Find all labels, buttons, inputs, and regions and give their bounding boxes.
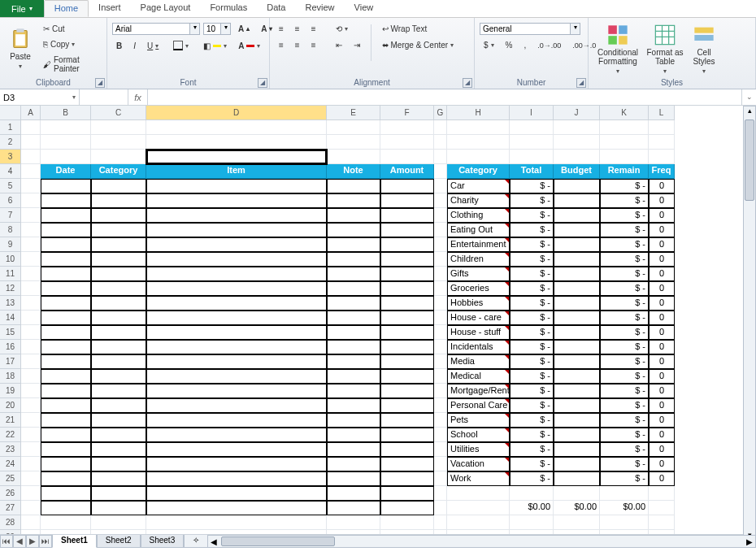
category-18[interactable]: Medical — [447, 369, 510, 384]
left-cell-D24[interactable] — [146, 457, 327, 471]
left-cell-F20[interactable] — [380, 398, 434, 413]
left-cell-F18[interactable] — [380, 369, 434, 384]
freq-25[interactable]: 0 — [649, 471, 675, 486]
remain-24[interactable]: $ - — [600, 457, 649, 471]
cell-C1[interactable] — [91, 120, 146, 135]
new-sheet-button[interactable]: ✧ — [184, 535, 208, 548]
column-header-J[interactable]: J — [554, 106, 600, 120]
row-header-1[interactable]: 1 — [0, 120, 21, 135]
formula-input[interactable] — [148, 89, 741, 105]
row-header-23[interactable]: 23 — [0, 442, 21, 457]
remain-16[interactable]: $ - — [600, 340, 649, 354]
cell-K2[interactable] — [600, 135, 649, 150]
cell-G25[interactable] — [434, 471, 447, 486]
row-header-4[interactable]: 4 — [0, 164, 21, 179]
total-20[interactable]: $ - — [510, 398, 554, 413]
row-header-6[interactable]: 6 — [0, 193, 21, 208]
total-7[interactable]: $ - — [510, 208, 554, 223]
left-cell-B15[interactable] — [41, 325, 91, 340]
left-cell-F8[interactable] — [380, 223, 434, 237]
cell-B3[interactable] — [41, 150, 91, 164]
increase-font-button[interactable]: A▴ — [234, 23, 254, 35]
row-header-27[interactable]: 27 — [0, 501, 21, 515]
left-cell-B14[interactable] — [41, 311, 91, 325]
align-bottom-button[interactable]: ≡ — [307, 23, 320, 35]
left-cell-E14[interactable] — [327, 311, 380, 325]
freq-15[interactable]: 0 — [649, 325, 675, 340]
left-cell-B11[interactable] — [41, 267, 91, 281]
align-left-button[interactable]: ≡ — [275, 39, 288, 51]
left-cell-D11[interactable] — [146, 267, 327, 281]
row-header-14[interactable]: 14 — [0, 311, 21, 325]
remain-11[interactable]: $ - — [600, 267, 649, 281]
column-header-A[interactable]: A — [21, 106, 41, 120]
cell-G20[interactable] — [434, 398, 447, 413]
column-header-C[interactable]: C — [91, 106, 146, 120]
left-cell-E10[interactable] — [327, 252, 380, 267]
grand-total[interactable]: $0.00 — [510, 501, 554, 515]
row-header-17[interactable]: 17 — [0, 354, 21, 369]
cell-A19[interactable] — [21, 384, 41, 398]
total-6[interactable]: $ - — [510, 193, 554, 208]
row-header-9[interactable]: 9 — [0, 237, 21, 252]
remain-15[interactable]: $ - — [600, 325, 649, 340]
left-cell-C22[interactable] — [91, 428, 146, 442]
grand-budget[interactable]: $0.00 — [554, 501, 600, 515]
scroll-right-button[interactable]: ▶ — [744, 537, 755, 546]
category-16[interactable]: Incidentals — [447, 340, 510, 354]
remain-9[interactable]: $ - — [600, 237, 649, 252]
cell-G28[interactable] — [434, 515, 447, 530]
category-5[interactable]: Car — [447, 179, 510, 193]
cell-A21[interactable] — [21, 413, 41, 428]
cell-A26[interactable] — [21, 486, 41, 501]
freq-22[interactable]: 0 — [649, 428, 675, 442]
tab-insert[interactable]: Insert — [89, 0, 131, 17]
total-8[interactable]: $ - — [510, 223, 554, 237]
align-center-button[interactable]: ≡ — [291, 39, 304, 51]
left-cell-E12[interactable] — [327, 281, 380, 296]
column-header-G[interactable]: G — [434, 106, 447, 120]
left-cell-D25[interactable] — [146, 471, 327, 486]
left-header-amount[interactable]: Amount — [380, 164, 434, 179]
left-cell-F25[interactable] — [380, 471, 434, 486]
total-12[interactable]: $ - — [510, 281, 554, 296]
left-cell-D12[interactable] — [146, 281, 327, 296]
budget-13[interactable] — [554, 296, 600, 311]
cell-G17[interactable] — [434, 354, 447, 369]
horizontal-scroll-thumb[interactable] — [221, 536, 335, 546]
cell-A3[interactable] — [21, 150, 41, 164]
tab-review[interactable]: Review — [295, 0, 344, 17]
cell-L26[interactable] — [649, 486, 675, 501]
remain-6[interactable]: $ - — [600, 193, 649, 208]
freq-9[interactable]: 0 — [649, 237, 675, 252]
total-16[interactable]: $ - — [510, 340, 554, 354]
budget-17[interactable] — [554, 354, 600, 369]
freq-5[interactable]: 0 — [649, 179, 675, 193]
underline-button[interactable]: U▾ — [143, 40, 163, 52]
cell-G24[interactable] — [434, 457, 447, 471]
tab-page-layout[interactable]: Page Layout — [131, 0, 201, 17]
cell-G16[interactable] — [434, 340, 447, 354]
total-17[interactable]: $ - — [510, 354, 554, 369]
freq-17[interactable]: 0 — [649, 354, 675, 369]
cell-B29[interactable] — [41, 530, 91, 535]
freq-18[interactable]: 0 — [649, 369, 675, 384]
left-cell-D8[interactable] — [146, 223, 327, 237]
left-cell-C13[interactable] — [91, 296, 146, 311]
remain-23[interactable]: $ - — [600, 442, 649, 457]
remain-17[interactable]: $ - — [600, 354, 649, 369]
cell-F3[interactable] — [380, 150, 434, 164]
category-20[interactable]: Personal Care — [447, 398, 510, 413]
selected-cell-D3[interactable] — [146, 150, 327, 164]
cell-I26[interactable] — [510, 486, 554, 501]
cell-K1[interactable] — [600, 120, 649, 135]
cut-button[interactable]: ✂Cut — [39, 23, 102, 35]
cell-A23[interactable] — [21, 442, 41, 457]
budget-10[interactable] — [554, 252, 600, 267]
accounting-format-button[interactable]: $▾ — [480, 39, 498, 51]
budget-20[interactable] — [554, 398, 600, 413]
left-cell-D14[interactable] — [146, 311, 327, 325]
remain-10[interactable]: $ - — [600, 252, 649, 267]
column-header-L[interactable]: L — [649, 106, 675, 120]
total-10[interactable]: $ - — [510, 252, 554, 267]
